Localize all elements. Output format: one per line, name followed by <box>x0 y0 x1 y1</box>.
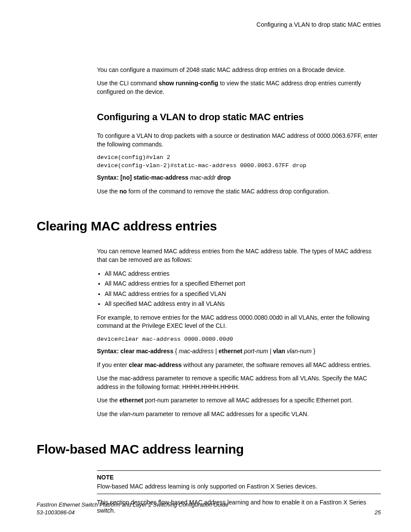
text: } <box>311 348 315 355</box>
note-label: NOTE <box>97 473 381 482</box>
syntax-param: port-num <box>244 348 268 355</box>
paragraph: Use the vlan-num parameter to remove all… <box>97 410 381 419</box>
syntax-label: Syntax: clear mac-address <box>97 348 173 355</box>
text: Use the <box>97 397 119 404</box>
list-item: All MAC address entries for a specified … <box>105 290 381 299</box>
keyword: no <box>119 188 127 195</box>
text: If you enter <box>97 361 129 368</box>
note-rule-bottom <box>97 494 381 494</box>
text: Use the <box>97 411 119 417</box>
keyword: ethernet <box>119 397 143 404</box>
heading-clearing-mac: Clearing MAC address entries <box>37 217 381 235</box>
page-footer: FastIron Ethernet Switch Platform and La… <box>37 501 381 516</box>
text: form of the command to remove the static… <box>127 188 330 195</box>
syntax-keyword: vlan <box>273 348 285 355</box>
paragraph: If you enter clear mac-address without a… <box>97 361 381 370</box>
note-rule-top <box>97 470 381 471</box>
paragraph: To configure a VLAN to drop packets with… <box>97 132 381 149</box>
text: parameter to remove all MAC addresses fo… <box>144 411 309 417</box>
heading-configuring-vlan: Configuring a VLAN to drop static MAC en… <box>97 111 381 124</box>
text: | <box>268 348 273 355</box>
footer-title: FastIron Ethernet Switch Platform and La… <box>37 501 228 509</box>
heading-flow-based: Flow-based MAC address learning <box>37 440 381 458</box>
paragraph: Use the mac-address parameter to remove … <box>97 374 381 391</box>
syntax-line: Syntax: [no] static-mac-address mac-addr… <box>97 174 381 182</box>
text: Use the <box>97 188 119 195</box>
text: without any parameter, the software remo… <box>182 361 371 368</box>
code-block: device(config)#vlan 2 device(config-vlan… <box>97 154 381 170</box>
paragraph: Use the ethernet port-num parameter to r… <box>97 396 381 405</box>
list-item: All MAC address entries <box>105 270 381 278</box>
text: | <box>214 348 218 355</box>
param: vlan-num <box>119 411 144 417</box>
footer-docnum: 53-1003086-04 <box>37 509 228 516</box>
list-item: All MAC address entries for a specified … <box>105 280 381 288</box>
syntax-keyword: ethernet <box>218 348 242 355</box>
syntax-keyword: drop <box>215 174 230 181</box>
note-text: Flow-based MAC address learning is only … <box>97 482 381 491</box>
syntax-param: vlan-num <box>287 348 312 355</box>
text: { <box>173 348 178 355</box>
list-item: All specified MAC address entry in all V… <box>105 300 381 308</box>
keyword: clear mac-address <box>129 361 182 368</box>
running-header: Configuring a VLAN to drop static MAC en… <box>37 21 381 29</box>
syntax-param: mac-addr <box>190 174 215 181</box>
paragraph: Use the CLI command show running-config … <box>97 79 381 96</box>
command-text: show running-config <box>159 80 218 87</box>
paragraph: You can configure a maximum of 2048 stat… <box>97 66 381 75</box>
paragraph: For example, to remove entries for the M… <box>97 314 381 330</box>
footer-page-number: 25 <box>375 509 381 516</box>
syntax-label: Syntax: [no] static-mac-address <box>97 174 190 181</box>
syntax-line: Syntax: clear mac-address { mac-address … <box>97 347 381 356</box>
text: Use the CLI command <box>97 80 159 87</box>
paragraph: You can remove learned MAC address entri… <box>97 247 381 264</box>
bullet-list: All MAC address entries All MAC address … <box>97 270 381 308</box>
syntax-param: mac-address <box>179 348 214 355</box>
paragraph: Use the no form of the command to remove… <box>97 187 381 196</box>
text: port-num parameter to remove all MAC add… <box>143 397 352 404</box>
code-block: device#clear mac-address 0000.0080.00d0 <box>97 336 381 344</box>
